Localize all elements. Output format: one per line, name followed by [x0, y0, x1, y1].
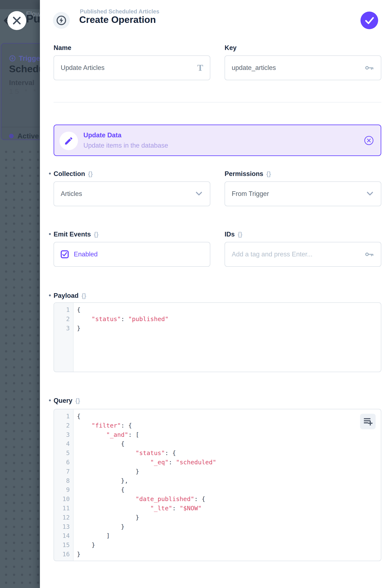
emit-events-field-group: Emit Events{} Enabled	[54, 231, 210, 267]
bolt-circle-icon	[9, 55, 16, 62]
name-field-group: Name Update Articles T	[54, 44, 210, 80]
permissions-label: Permissions{}	[224, 170, 381, 178]
trigger-field-label: Interval	[9, 78, 34, 87]
permissions-field-group: Permissions{} From Trigger	[224, 170, 381, 206]
checkbox-checked-icon[interactable]	[61, 250, 69, 258]
operation-type-banner[interactable]: Update Data Update items in the database	[54, 124, 381, 156]
operation-header-icon	[53, 12, 70, 29]
close-icon	[7, 11, 26, 30]
line-number-gutter: 123	[54, 303, 74, 372]
collection-field-group: Collection{} Articles	[54, 170, 210, 206]
payload-field-group: Payload{}	[54, 292, 381, 299]
create-operation-drawer: Published Scheduled Articles Create Oper…	[40, 0, 392, 588]
playlist-add-icon	[363, 417, 373, 426]
operation-type-title: Update Data	[84, 131, 122, 139]
trigger-status-label: Active	[18, 132, 39, 140]
name-value: Update Articles	[61, 64, 197, 72]
raw-value-icon[interactable]: {}	[94, 231, 98, 238]
key-field-group: Key update_articles	[224, 44, 381, 80]
save-button[interactable]	[360, 11, 378, 29]
edited-dot	[49, 233, 51, 235]
chevron-down-icon	[366, 191, 374, 197]
collection-label: Collection{}	[54, 170, 210, 178]
collection-value: Articles	[61, 190, 195, 198]
emit-events-value: Enabled	[74, 251, 98, 258]
edited-dot	[49, 173, 51, 174]
payload-label: Payload{}	[54, 292, 381, 299]
background-page-title: Pu	[26, 12, 40, 25]
payload-code[interactable]: { "status": "published"}	[74, 303, 381, 372]
raw-value-icon[interactable]: {}	[88, 170, 93, 177]
ids-label: IDs{}	[224, 231, 381, 238]
raw-value-icon[interactable]: {}	[238, 231, 242, 238]
payload-code-editor[interactable]: 123 { "status": "published"}	[54, 302, 381, 372]
query-label: Query{}	[54, 397, 381, 405]
raw-value-icon[interactable]: {}	[266, 170, 271, 177]
trigger-badge-label: Trigger	[19, 54, 43, 62]
key-icon	[364, 249, 374, 259]
name-label: Name	[54, 44, 210, 52]
chevron-down-icon	[195, 191, 203, 197]
edited-dot	[49, 399, 51, 401]
key-value: update_articles	[232, 64, 364, 72]
close-drawer-button[interactable]	[7, 11, 26, 30]
key-icon	[364, 63, 374, 73]
playlist-add-button[interactable]	[360, 414, 376, 429]
emit-events-checkbox-field[interactable]: Enabled	[54, 242, 210, 267]
trigger-badge: Trigger	[9, 54, 43, 62]
operation-type-subtitle: Update items in the database	[84, 142, 168, 149]
raw-value-icon[interactable]: {}	[82, 292, 86, 299]
title-icon: T	[197, 63, 203, 73]
permissions-value: From Trigger	[232, 190, 366, 198]
drawer-title: Create Operation	[79, 14, 156, 25]
ids-field-group: IDs{} Add a tag and press Enter...	[224, 231, 381, 267]
query-field-group: Query{}	[54, 397, 381, 405]
raw-value-icon[interactable]: {}	[76, 397, 80, 404]
key-input[interactable]: update_articles	[224, 55, 381, 80]
ids-placeholder: Add a tag and press Enter...	[232, 251, 364, 258]
line-number-gutter: 12345678910111213141516	[54, 409, 74, 561]
remove-operation-icon[interactable]	[364, 135, 374, 145]
check-icon	[62, 252, 68, 257]
name-input[interactable]: Update Articles T	[54, 55, 210, 80]
permissions-select[interactable]: From Trigger	[224, 181, 381, 206]
key-label: Key	[224, 44, 381, 52]
operation-icon-circle	[60, 132, 78, 150]
collection-select[interactable]: Articles	[54, 181, 210, 206]
pencil-icon	[64, 136, 74, 146]
check-icon	[360, 11, 378, 29]
query-code-editor[interactable]: 12345678910111213141516 { "filter": { "_…	[54, 409, 381, 561]
query-code[interactable]: { "filter": { "_and": [ { "status": { "_…	[74, 409, 381, 561]
edited-dot	[49, 294, 51, 296]
bolt-circle-icon	[56, 15, 67, 26]
status-dot	[9, 134, 14, 138]
emit-events-label: Emit Events{}	[54, 231, 210, 238]
section-divider	[54, 102, 381, 102]
ids-tag-input[interactable]: Add a tag and press Enter...	[224, 242, 381, 267]
drawer-breadcrumb: Published Scheduled Articles	[80, 8, 160, 15]
